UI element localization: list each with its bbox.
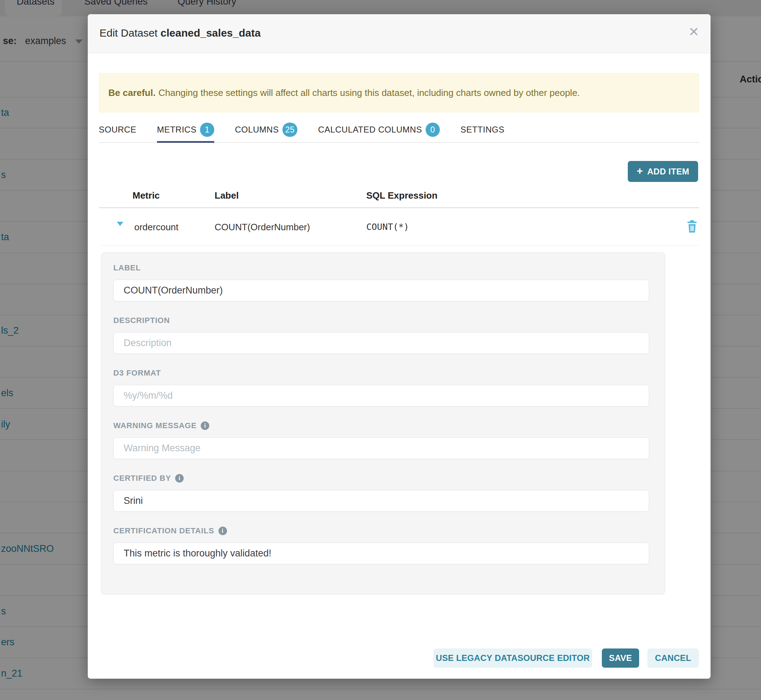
collapse-caret-icon[interactable] [117,222,123,226]
plus-icon: + [637,165,643,177]
warning-message-field-group: WARNING MESSAGEi [113,421,649,430]
delete-metric-icon[interactable] [686,220,698,233]
metric-detail-panel: LABEL DESCRIPTION D3 FORMAT WARNING MESS… [101,252,665,594]
tab-columns-label: COLUMNS [235,125,279,135]
tab-metrics[interactable]: METRICS 1 [157,119,214,142]
add-item-label: ADD ITEM [647,167,689,177]
warning-message-input[interactable] [113,438,649,459]
metric-name: ordercount [134,222,178,233]
tab-settings[interactable]: SETTINGS [461,119,505,142]
label-column-header: Label [214,190,239,201]
save-button[interactable]: SAVE [602,648,639,668]
description-field-label: DESCRIPTION [113,316,649,325]
info-icon[interactable]: i [201,422,209,430]
modal-title: Edit Dataset cleaned_sales_data [100,27,261,39]
add-item-button[interactable]: + ADD ITEM [628,161,698,182]
tab-metrics-badge: 1 [200,123,214,137]
metric-sql-expression: COUNT(*) [366,222,409,232]
warning-message-field-label: WARNING MESSAGEi [113,421,649,430]
d3-format-input[interactable] [113,385,649,406]
label-input[interactable] [113,280,649,301]
tab-settings-label: SETTINGS [461,125,505,135]
metric-column-header: Metric [133,190,160,201]
tab-calculated-columns-badge: 0 [426,123,440,137]
certified-by-input[interactable] [113,490,649,512]
warning-banner: Be careful. Changing these settings will… [99,73,699,112]
tab-metrics-label: METRICS [157,125,197,135]
edit-dataset-modal: Edit Dataset cleaned_sales_data ✕ Be car… [88,14,711,679]
metrics-table-header: Metric Label SQL Expression [88,190,711,204]
tab-columns-badge: 25 [283,123,298,137]
metric-row: ordercount COUNT(OrderNumber) COUNT(*) [88,213,711,245]
tab-source[interactable]: SOURCE [99,119,136,142]
metric-row-divider [99,245,699,245]
description-input[interactable] [113,332,649,354]
certification-details-field-group: CERTIFICATION DETAILSi [113,526,649,536]
cancel-button[interactable]: CANCEL [647,648,699,668]
certification-details-field-label: CERTIFICATION DETAILSi [113,526,649,536]
tab-source-label: SOURCE [99,125,136,135]
warning-banner-bold: Be careful. [108,88,156,98]
close-icon[interactable]: ✕ [689,26,699,38]
label-field-group: LABEL [113,263,649,273]
modal-title-dataset-name: cleaned_sales_data [161,27,261,39]
tab-calculated-columns-label: CALCULATED COLUMNS [318,125,422,135]
sql-expression-column-header: SQL Expression [366,190,438,201]
modal-header: Edit Dataset cleaned_sales_data ✕ [88,14,711,53]
certified-by-field-group: CERTIFIED BYi [113,473,649,483]
info-icon[interactable]: i [219,527,227,535]
warning-banner-text: Changing these settings will affect all … [158,88,580,98]
d3-format-field-group: D3 FORMAT [113,369,649,378]
modal-tabs: SOURCE METRICS 1 COLUMNS 25 CALCULATED C… [99,119,699,143]
info-icon[interactable]: i [175,474,184,483]
modal-title-prefix: Edit Dataset [100,27,161,39]
certification-details-input[interactable] [113,542,649,564]
description-field-group: DESCRIPTION [113,316,649,325]
tab-columns[interactable]: COLUMNS 25 [235,119,297,142]
metrics-table-divider [99,207,699,208]
metric-label: COUNT(OrderNumber) [214,222,310,233]
use-legacy-datasource-editor-button[interactable]: USE LEGACY DATASOURCE EDITOR [433,648,592,668]
d3-format-field-label: D3 FORMAT [113,369,649,378]
label-field-label: LABEL [113,263,649,273]
certified-by-field-label: CERTIFIED BYi [113,473,649,483]
tab-calculated-columns[interactable]: CALCULATED COLUMNS 0 [318,119,440,142]
